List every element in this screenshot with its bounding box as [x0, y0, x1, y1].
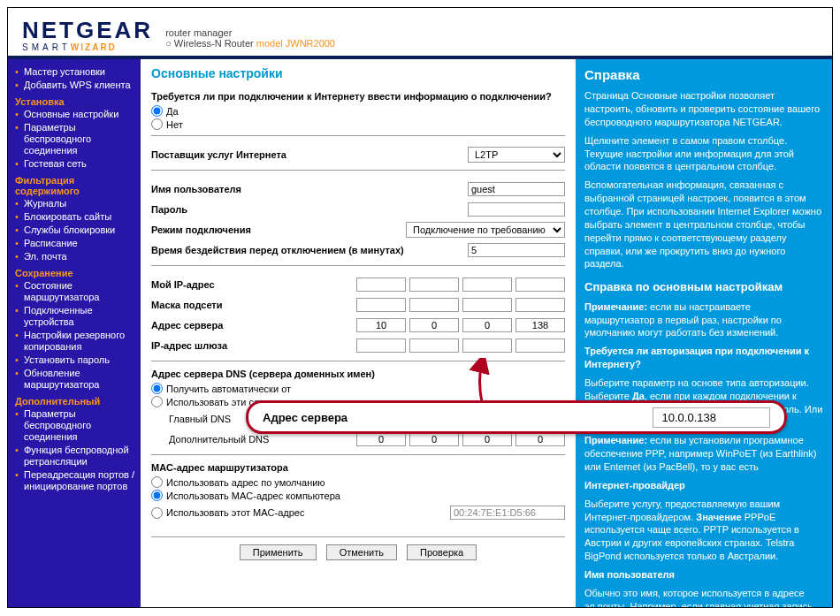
- srv-4[interactable]: [515, 318, 565, 332]
- dns2-1[interactable]: [356, 432, 406, 446]
- srv-2[interactable]: [409, 318, 459, 332]
- help-p7: Примечание: если вы установили программн…: [584, 434, 823, 474]
- help-user-h: Имя пользователя: [584, 568, 823, 582]
- sidebar-item-setpass[interactable]: Установить пароль: [15, 354, 135, 366]
- main-panel: Основные настройки Требуется ли при подк…: [141, 59, 576, 607]
- help-p8: Выберите услугу, предоставляемую вашим И…: [584, 498, 823, 563]
- help-panel: Справка Страница Основные настройки позв…: [576, 59, 832, 607]
- gw-3[interactable]: [462, 338, 512, 353]
- dns2-3[interactable]: [462, 432, 512, 446]
- radio-no[interactable]: [151, 118, 163, 130]
- sidebar-cat-adv: Дополнительный: [15, 396, 135, 407]
- help-p9: Обычно это имя, которое используется в а…: [584, 587, 823, 607]
- radio-mac-custom[interactable]: [151, 507, 163, 519]
- help-p3: Вспомогательная информация, связанная с …: [584, 179, 823, 270]
- input-idle[interactable]: [468, 243, 565, 257]
- sidebar-item-wizard[interactable]: Мастер установки: [15, 66, 135, 78]
- sidebar-item-repeat[interactable]: Функция беспроводной ретрансляции: [15, 445, 135, 468]
- sidebar-item-guest[interactable]: Гостевая сеть: [15, 158, 135, 170]
- label-yes: Да: [166, 106, 179, 117]
- label-srv: Адрес сервера: [151, 320, 356, 331]
- label-mac-pc: Использовать MAC-адрес компьютера: [166, 491, 340, 501]
- myip-4[interactable]: [515, 278, 565, 292]
- sidebar-item-blockservices[interactable]: Службы блокировки: [15, 224, 135, 236]
- sidebar-item-portfwd[interactable]: Переадресация портов / инициирование пор…: [15, 469, 135, 492]
- input-pass[interactable]: [468, 202, 565, 217]
- gw-2[interactable]: [409, 338, 459, 353]
- label-user: Имя пользователя: [151, 184, 468, 194]
- test-button[interactable]: Проверка: [407, 544, 477, 560]
- label-idle: Время бездействия перед отключением (в м…: [151, 245, 468, 255]
- select-mode[interactable]: Подключение по требованию: [406, 222, 565, 238]
- sidebar-item-logs[interactable]: Журналы: [15, 198, 135, 209]
- logo-tagline: SMARTWIZARD: [22, 42, 153, 52]
- label-mac-default: Использовать адрес по умолчанию: [166, 477, 325, 488]
- sidebar-item-advwireless[interactable]: Параметры беспроводного соединения: [15, 408, 135, 443]
- product-tagline: router manager ○ Wireless-N Router model…: [165, 27, 335, 49]
- gw-4[interactable]: [515, 338, 565, 353]
- sidebar: Мастер установки Добавить WPS клиента Ус…: [8, 59, 141, 607]
- dns-heading: Адрес сервера DNS (сервера доменных имен…: [151, 369, 565, 379]
- radio-dns-auto[interactable]: [151, 383, 163, 394]
- srv-3[interactable]: [462, 318, 512, 332]
- cancel-button[interactable]: Отменить: [326, 544, 397, 560]
- srv-1[interactable]: [356, 318, 406, 332]
- radio-mac-pc-row[interactable]: Использовать MAC-адрес компьютера: [151, 490, 565, 501]
- help-p1: Страница Основные настройки позволяет на…: [584, 89, 823, 129]
- mask-4[interactable]: [515, 298, 565, 312]
- page-title: Основные настройки: [151, 66, 565, 80]
- radio-mac-default[interactable]: [151, 476, 163, 488]
- gw-1[interactable]: [356, 338, 406, 353]
- section-login: Требуется ли при подключении к Интернету…: [151, 91, 565, 135]
- dns2-2[interactable]: [409, 432, 459, 446]
- annotation-callout: Адрес сервера 10.0.0.138: [246, 400, 787, 434]
- radio-yes[interactable]: [151, 105, 163, 117]
- label-mask: Маска подсети: [151, 300, 356, 310]
- login-question: Требуется ли при подключении к Интернету…: [151, 91, 565, 102]
- radio-dns-manual[interactable]: [151, 396, 163, 407]
- sidebar-item-blocksites[interactable]: Блокировать сайты: [15, 211, 135, 223]
- header: NETGEAR SMARTWIZARD router manager ○ Wir…: [8, 8, 832, 56]
- button-bar: Применить Отменить Проверка: [151, 536, 565, 560]
- callout-label: Адрес сервера: [263, 411, 653, 424]
- sidebar-item-schedule[interactable]: Расписание: [15, 238, 135, 249]
- input-mac[interactable]: [450, 506, 565, 520]
- radio-no-row[interactable]: Нет: [151, 118, 565, 130]
- mask-3[interactable]: [462, 298, 512, 312]
- tagline-row1: router manager: [165, 27, 335, 38]
- sidebar-item-wireless[interactable]: Параметры беспроводного соединения: [15, 122, 135, 156]
- app-frame: NETGEAR SMARTWIZARD router manager ○ Wir…: [7, 7, 833, 608]
- label-mode: Режим подключения: [151, 224, 406, 235]
- sidebar-item-wps[interactable]: Добавить WPS клиента: [15, 80, 135, 91]
- radio-yes-row[interactable]: Да: [151, 105, 565, 117]
- input-user[interactable]: [468, 182, 565, 196]
- myip-3[interactable]: [462, 278, 512, 292]
- sidebar-item-upgrade[interactable]: Обновление маршрутизатора: [15, 368, 135, 391]
- sidebar-item-backup[interactable]: Настройки резервного копирования: [15, 330, 135, 353]
- label-myip: Мой IP-адрес: [151, 279, 356, 290]
- sidebar-item-email[interactable]: Эл. почта: [15, 251, 135, 262]
- sidebar-item-status[interactable]: Состояние маршрутизатора: [15, 280, 135, 303]
- myip-2[interactable]: [409, 278, 459, 292]
- label-dns-auto: Получить автоматически от: [166, 384, 291, 394]
- dns2-4[interactable]: [515, 432, 565, 446]
- mask-2[interactable]: [409, 298, 459, 312]
- apply-button[interactable]: Применить: [240, 544, 317, 560]
- select-isp[interactable]: L2TP: [468, 147, 565, 163]
- radio-mac-default-row[interactable]: Использовать адрес по умолчанию: [151, 476, 565, 488]
- annotation-arrow: [469, 358, 495, 407]
- sidebar-item-attached[interactable]: Подключенные устройства: [15, 305, 135, 328]
- label-isp: Поставщик услуг Интернета: [151, 149, 468, 160]
- section-ip: Мой IP-адрес Маска подсети Адрес сервера…: [151, 265, 565, 361]
- sidebar-cat-setup: Установка: [15, 96, 135, 107]
- section-isp: Поставщик услуг Интернета L2TP: [151, 135, 565, 170]
- radio-dns-auto-row[interactable]: Получить автоматически от: [151, 383, 565, 394]
- sidebar-item-basic[interactable]: Основные настройки: [15, 109, 135, 120]
- radio-mac-pc[interactable]: [151, 490, 163, 501]
- mask-1[interactable]: [356, 298, 406, 312]
- myip-1[interactable]: [356, 278, 406, 292]
- sidebar-cat-maint: Сохранение: [15, 268, 135, 278]
- callout-value: 10.0.0.138: [653, 407, 770, 428]
- label-pass: Пароль: [151, 204, 468, 215]
- radio-mac-custom-row[interactable]: Использовать этот MAC-адрес: [151, 507, 450, 519]
